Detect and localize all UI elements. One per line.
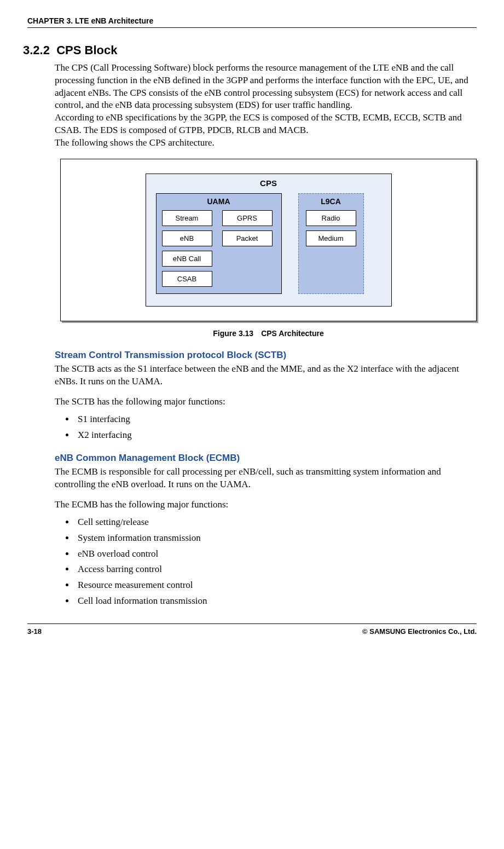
- intro-p2: According to eNB specifications by the 3…: [55, 112, 462, 135]
- list-item: System information transmission: [66, 530, 477, 546]
- box-medium: Medium: [306, 230, 356, 246]
- intro-p1: The CPS (Call Processing Software) block…: [55, 62, 468, 110]
- section-title: CPS Block: [56, 43, 117, 57]
- body-content: The CPS (Call Processing Software) block…: [55, 62, 477, 609]
- intro-p3: The following shows the CPS architecture…: [55, 137, 215, 148]
- list-item: Cell setting/release: [66, 515, 477, 530]
- ecmb-list: Cell setting/release System information …: [55, 515, 477, 609]
- figure: CPS UAMA Stream GPRS eNB Packet eNB Call: [60, 159, 477, 338]
- chapter-title: CHAPTER 3. LTE eNB Architecture: [27, 16, 153, 25]
- uama-box: UAMA Stream GPRS eNB Packet eNB Call CSA…: [156, 193, 282, 294]
- cps-columns: UAMA Stream GPRS eNB Packet eNB Call CSA…: [156, 193, 381, 294]
- page-header: CHAPTER 3. LTE eNB Architecture: [27, 16, 477, 28]
- sctb-heading: Stream Control Transmission protocol Blo…: [55, 350, 477, 361]
- box-gprs: GPRS: [222, 210, 273, 226]
- list-item: Access barring control: [66, 562, 477, 577]
- sctb-list: S1 interfacing X2 interfacing: [55, 412, 477, 443]
- list-item: eNB overload control: [66, 546, 477, 562]
- box-stream: Stream: [162, 210, 212, 226]
- section-heading: 3.2.2 CPS Block: [23, 43, 477, 57]
- box-packet: Packet: [222, 230, 273, 246]
- ecmb-p2: The ECMB has the following major functio…: [55, 499, 477, 511]
- uama-label: UAMA: [162, 197, 276, 206]
- page-footer: 3-18 © SAMSUNG Electronics Co., Ltd.: [27, 623, 477, 636]
- cps-label: CPS: [156, 178, 381, 188]
- section-number: 3.2.2: [23, 43, 50, 57]
- page: CHAPTER 3. LTE eNB Architecture 3.2.2 CP…: [0, 0, 504, 646]
- uama-grid: Stream GPRS eNB Packet eNB Call CSAB: [162, 210, 276, 287]
- sctb-p1: The SCTB acts as the S1 interface betwee…: [55, 363, 477, 388]
- l9ca-box: L9CA Radio Medium: [298, 193, 364, 294]
- box-radio: Radio: [306, 210, 356, 226]
- l9ca-col: Radio Medium: [304, 210, 358, 246]
- copyright: © SAMSUNG Electronics Co., Ltd.: [362, 627, 477, 636]
- l9ca-label: L9CA: [304, 197, 358, 206]
- page-number: 3-18: [27, 627, 42, 636]
- intro-paragraphs: The CPS (Call Processing Software) block…: [55, 62, 477, 149]
- list-item: Resource measurement control: [66, 577, 477, 593]
- ecmb-p1: The ECMB is responsible for call process…: [55, 466, 477, 491]
- figure-frame: CPS UAMA Stream GPRS eNB Packet eNB Call: [60, 159, 477, 321]
- sctb-p2: The SCTB has the following major functio…: [55, 396, 477, 408]
- box-enb-call: eNB Call: [162, 251, 212, 267]
- cps-box: CPS UAMA Stream GPRS eNB Packet eNB Call: [146, 174, 392, 307]
- figure-caption: Figure 3.13 CPS Architecture: [60, 329, 477, 338]
- list-item: X2 interfacing: [66, 428, 477, 443]
- box-csab: CSAB: [162, 271, 212, 287]
- ecmb-heading: eNB Common Management Block (ECMB): [55, 453, 477, 464]
- box-enb: eNB: [162, 230, 212, 246]
- list-item: Cell load information transmission: [66, 593, 477, 609]
- list-item: S1 interfacing: [66, 412, 477, 428]
